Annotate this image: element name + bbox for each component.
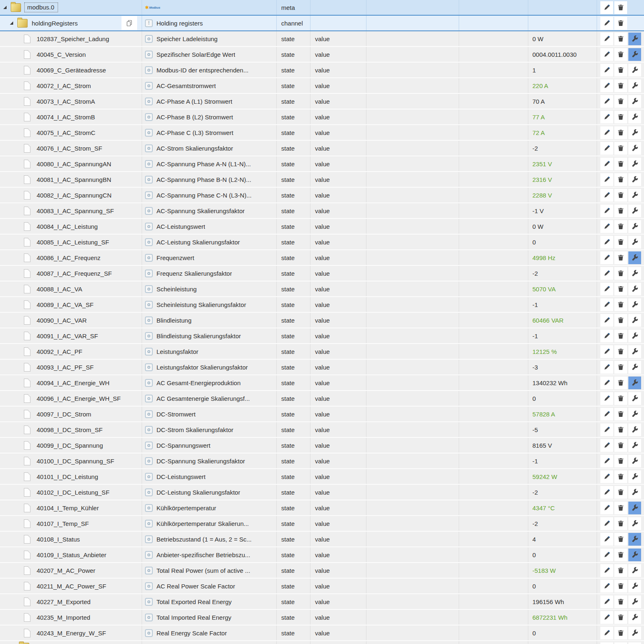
delete-button[interactable] (614, 17, 627, 30)
delete-button[interactable] (614, 392, 627, 405)
delete-button[interactable] (614, 549, 627, 561)
config-button[interactable] (628, 486, 641, 499)
object-row[interactable]: 40207_M_AC_Power Total Real Power (sum o… (0, 563, 644, 579)
config-button[interactable] (628, 345, 641, 358)
delete-button[interactable] (614, 64, 627, 77)
object-row[interactable]: 40109_I_Status_Anbieter Anbieter-spezifi… (0, 547, 644, 563)
object-row[interactable]: 102837_Speicher_Ladung Speicher Ladeleis… (0, 31, 644, 47)
delete-button[interactable] (614, 236, 627, 249)
object-row[interactable]: 40075_I_AC_StromC AC-Phase C (L3) Stromw… (0, 125, 644, 141)
edit-button[interactable] (600, 111, 613, 123)
object-row[interactable]: 40090_I_AC_VAR Blindleistung state value… (0, 313, 644, 328)
edit-button[interactable] (600, 439, 613, 452)
delete-button[interactable] (614, 330, 627, 342)
edit-button[interactable] (600, 392, 613, 405)
edit-button[interactable] (600, 330, 613, 342)
delete-button[interactable] (614, 439, 627, 452)
edit-button[interactable] (600, 236, 613, 249)
config-button[interactable] (628, 314, 641, 327)
config-button[interactable] (628, 564, 641, 577)
object-row[interactable]: 40092_I_AC_PF Leistungsfaktor state valu… (0, 344, 644, 360)
object-row-adapter[interactable]: modbus.0 ✱ Modbus meta (0, 0, 644, 16)
delete-button[interactable] (614, 642, 627, 644)
delete-button[interactable] (614, 517, 627, 530)
config-button[interactable] (628, 79, 641, 92)
object-row[interactable]: 40101_I_DC_Leistung DC-Leistungswert sta… (0, 469, 644, 485)
config-button[interactable] (628, 580, 641, 593)
object-row-partial[interactable] (0, 641, 644, 644)
edit-button[interactable] (600, 33, 613, 45)
object-row[interactable]: 40089_I_AC_VA_SF Scheinleistung Skalieru… (0, 297, 644, 313)
object-row[interactable]: 40083_I_AC_Spannung_SF AC-Spannung Skali… (0, 203, 644, 219)
delete-button[interactable] (614, 377, 627, 389)
edit-button[interactable] (600, 298, 613, 311)
edit-button[interactable] (600, 627, 613, 639)
object-row[interactable]: 40084_I_AC_Leistung AC-Leistungswert sta… (0, 219, 644, 235)
delete-button[interactable] (614, 79, 627, 92)
config-button[interactable] (628, 142, 641, 155)
config-button[interactable] (628, 33, 641, 45)
object-row[interactable]: 40097_I_DC_Strom DC-Stromwert state valu… (0, 407, 644, 422)
copy-id-button[interactable] (121, 16, 137, 30)
object-row[interactable]: 40091_I_AC_VAR_SF Blindleistung Skalieru… (0, 328, 644, 344)
edit-button[interactable] (600, 361, 613, 374)
object-row[interactable]: 40076_I_AC_Strom_SF AC-Strom Skalierungs… (0, 141, 644, 156)
object-row[interactable]: 40094_I_AC_Energie_WH AC Gesamt-Energiep… (0, 375, 644, 391)
config-button[interactable] (628, 642, 641, 644)
edit-button[interactable] (600, 455, 613, 467)
object-row[interactable]: 40085_I_AC_Leistung_SF AC-Leistung Skali… (0, 235, 644, 250)
delete-button[interactable] (614, 580, 627, 593)
edit-button[interactable] (600, 142, 613, 155)
object-row[interactable]: 40227_M_Exported Total Exported Real Ene… (0, 594, 644, 610)
delete-button[interactable] (614, 48, 627, 61)
delete-button[interactable] (614, 564, 627, 577)
delete-button[interactable] (614, 220, 627, 233)
config-button[interactable] (628, 533, 641, 546)
edit-button[interactable] (600, 595, 613, 608)
edit-button[interactable] (600, 564, 613, 577)
config-button[interactable] (628, 236, 641, 249)
delete-button[interactable] (614, 251, 627, 264)
delete-button[interactable] (614, 142, 627, 155)
object-row-channel[interactable]: holdingRegisters ! Holding registers cha… (0, 16, 644, 31)
delete-button[interactable] (614, 126, 627, 139)
object-row[interactable]: 40099_I_DC_Spannung DC-Spannungswert sta… (0, 438, 644, 453)
config-button[interactable] (628, 423, 641, 436)
object-row[interactable]: 40072_I_AC_Strom AC-Gesamtstromwert stat… (0, 78, 644, 94)
config-button[interactable] (628, 408, 641, 421)
delete-button[interactable] (614, 298, 627, 311)
edit-button[interactable] (600, 486, 613, 499)
config-button[interactable] (628, 220, 641, 233)
delete-button[interactable] (614, 470, 627, 483)
object-row[interactable]: 40211_M_AC_Power_SF AC Real Power Scale … (0, 579, 644, 594)
delete-button[interactable] (614, 611, 627, 624)
config-button[interactable] (628, 627, 641, 639)
edit-button[interactable] (600, 79, 613, 92)
config-button[interactable] (628, 549, 641, 561)
config-button[interactable] (628, 267, 641, 280)
object-row[interactable]: 40045_C_Version Spezifischer SolarEdge W… (0, 47, 644, 63)
object-row[interactable]: 40104_I_Temp_Kühler Kühlkörpertemperatur… (0, 500, 644, 516)
edit-button[interactable] (600, 642, 613, 644)
config-button[interactable] (628, 361, 641, 374)
delete-button[interactable] (614, 423, 627, 436)
edit-button[interactable] (600, 95, 613, 108)
delete-button[interactable] (614, 595, 627, 608)
config-button[interactable] (628, 64, 641, 77)
expand-collapse-icon[interactable] (10, 21, 13, 25)
delete-button[interactable] (614, 173, 627, 186)
config-button[interactable] (628, 95, 641, 108)
edit-button[interactable] (600, 611, 613, 624)
config-button[interactable] (628, 126, 641, 139)
edit-button[interactable] (600, 220, 613, 233)
object-row[interactable]: 40108_I_Status Betriebszustand (1 = Aus,… (0, 532, 644, 547)
delete-button[interactable] (614, 627, 627, 639)
object-row[interactable]: 40074_I_AC_StromB AC-Phase B (L2) Stromw… (0, 109, 644, 125)
delete-button[interactable] (614, 345, 627, 358)
edit-button[interactable] (600, 283, 613, 295)
object-row[interactable]: 40093_I_AC_PF_SF Leistungsfaktor Skalier… (0, 360, 644, 375)
config-button[interactable] (628, 502, 641, 514)
delete-button[interactable] (614, 283, 627, 295)
object-row[interactable]: 40107_I_Temp_SF Kühlkörpertemperatur Ska… (0, 516, 644, 532)
edit-button[interactable] (600, 377, 613, 389)
